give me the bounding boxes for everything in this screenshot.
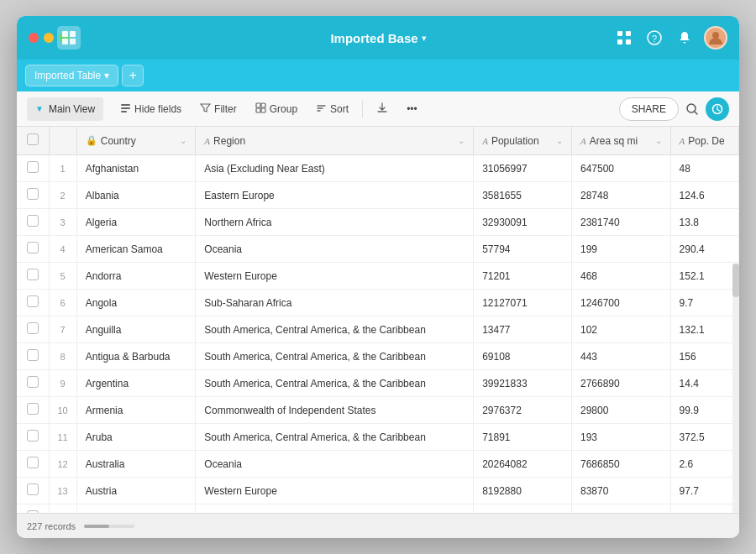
table-row: 6 Angola Sub-Saharan Africa 12127071 124… — [17, 290, 739, 316]
titlebar-title: Imported Base ▾ — [330, 31, 425, 45]
title-dropdown-arrow[interactable]: ▾ — [422, 34, 426, 43]
grid-icon[interactable] — [613, 27, 635, 49]
row-checkbox-cell[interactable] — [17, 209, 49, 236]
table-tab[interactable]: Imported Table ▾ — [25, 65, 118, 86]
row-checkbox[interactable] — [27, 215, 39, 227]
row-number: 12 — [49, 451, 76, 478]
more-button[interactable]: ••• — [398, 97, 426, 121]
cell-area: 468 — [572, 263, 671, 290]
row-checkbox[interactable] — [27, 322, 39, 334]
row-checkbox[interactable] — [27, 161, 39, 173]
cell-population: 31056997 — [474, 155, 572, 182]
share-button[interactable]: SHARE — [619, 97, 679, 121]
header-pop-density[interactable]: A Pop. De — [670, 127, 738, 155]
filter-button[interactable]: Filter — [192, 97, 245, 121]
minimize-button[interactable] — [44, 33, 54, 43]
group-label: Group — [270, 103, 297, 115]
col-popden-label: Pop. De — [688, 135, 724, 147]
help-icon[interactable]: ? — [643, 27, 665, 49]
col-population-sort-icon: ⌄ — [556, 136, 563, 145]
cell-region: Commonwealth of Independent States — [196, 397, 474, 424]
table-tab-label: Imported Table — [34, 70, 101, 81]
col-area-label: Area sq mi — [590, 135, 638, 147]
row-checkbox-cell[interactable] — [17, 236, 49, 263]
row-checkbox[interactable] — [27, 295, 39, 307]
row-checkbox[interactable] — [27, 242, 39, 253]
select-all-checkbox[interactable] — [27, 133, 39, 145]
row-checkbox[interactable] — [27, 269, 39, 280]
cell-population: 39921833 — [474, 370, 572, 397]
col-region-label: Region — [213, 135, 245, 147]
filter-icon — [200, 102, 211, 116]
row-checkbox-cell[interactable] — [17, 424, 49, 451]
cell-country: Azerbaijan — [76, 504, 196, 514]
cell-country: Austria — [76, 478, 196, 504]
cell-country: Argentina — [76, 370, 196, 397]
row-checkbox-cell[interactable] — [17, 478, 49, 504]
svg-rect-6 — [617, 39, 622, 44]
cell-pop-density: 99.9 — [670, 397, 738, 424]
close-button[interactable] — [29, 33, 39, 43]
hide-fields-button[interactable]: Hide fields — [112, 97, 190, 121]
scrollbar-track[interactable] — [732, 264, 739, 513]
export-button[interactable] — [368, 97, 396, 121]
group-icon — [255, 102, 266, 116]
group-button[interactable]: Group — [247, 97, 306, 121]
cell-region: Western Europe — [196, 263, 474, 290]
row-number: 11 — [49, 424, 76, 451]
svg-rect-5 — [626, 31, 631, 36]
statusbar: 227 records — [17, 513, 739, 538]
sort-button[interactable]: Sort — [307, 97, 357, 121]
col-area-sort-icon: ⌄ — [655, 136, 662, 145]
row-checkbox[interactable] — [27, 510, 39, 513]
cell-country: Albania — [76, 182, 196, 209]
cell-area: 2766890 — [572, 370, 671, 397]
view-selector[interactable]: ▼ Main View — [27, 97, 103, 121]
row-checkbox-cell[interactable] — [17, 370, 49, 397]
row-checkbox[interactable] — [27, 376, 39, 388]
horizontal-scrollbar[interactable] — [84, 525, 134, 528]
header-checkbox-cell[interactable] — [17, 127, 49, 155]
cell-region: Western Europe — [196, 478, 474, 504]
scrollbar-thumb[interactable] — [732, 264, 739, 297]
row-checkbox-cell[interactable] — [17, 504, 49, 514]
row-checkbox-cell[interactable] — [17, 263, 49, 290]
header-area[interactable]: A Area sq mi ⌄ — [572, 127, 671, 155]
row-checkbox-cell[interactable] — [17, 451, 49, 478]
svg-rect-15 — [261, 103, 265, 107]
cell-population: 8192880 — [474, 478, 572, 504]
row-checkbox[interactable] — [27, 188, 39, 200]
header-region[interactable]: A Region ⌄ — [196, 127, 474, 155]
row-checkbox-cell[interactable] — [17, 343, 49, 370]
header-population[interactable]: A Population ⌄ — [474, 127, 572, 155]
cell-area: 647500 — [572, 155, 671, 182]
row-checkbox-cell[interactable] — [17, 182, 49, 209]
row-checkbox[interactable] — [27, 430, 39, 442]
table-container[interactable]: 🔒 Country ⌄ A Region ⌄ — [17, 127, 739, 513]
row-checkbox[interactable] — [27, 457, 39, 468]
history-button[interactable] — [706, 97, 729, 121]
table-row: 5 Andorra Western Europe 71201 468 152.1 — [17, 263, 739, 290]
horizontal-scrollbar-thumb[interactable] — [84, 525, 109, 528]
row-checkbox[interactable] — [27, 403, 39, 415]
col-population-label: Population — [491, 135, 539, 147]
col-area-type-icon: A — [580, 136, 586, 146]
sort-label: Sort — [330, 103, 349, 115]
search-button[interactable] — [680, 97, 704, 121]
svg-rect-1 — [70, 31, 76, 37]
row-checkbox-cell[interactable] — [17, 397, 49, 424]
tab-dropdown-arrow[interactable]: ▾ — [104, 70, 109, 81]
row-checkbox-cell[interactable] — [17, 155, 49, 182]
app-logo — [57, 26, 81, 50]
bell-icon[interactable] — [674, 27, 696, 49]
avatar[interactable] — [704, 26, 727, 50]
cell-area: 83870 — [572, 478, 671, 504]
row-checkbox-cell[interactable] — [17, 316, 49, 343]
cell-country: Australia — [76, 451, 196, 478]
row-checkbox[interactable] — [27, 483, 39, 495]
row-checkbox-cell[interactable] — [17, 290, 49, 316]
add-table-button[interactable]: + — [122, 65, 144, 86]
cell-country: Antigua & Barbuda — [76, 343, 196, 370]
row-checkbox[interactable] — [27, 349, 39, 361]
header-country[interactable]: 🔒 Country ⌄ — [76, 127, 196, 155]
